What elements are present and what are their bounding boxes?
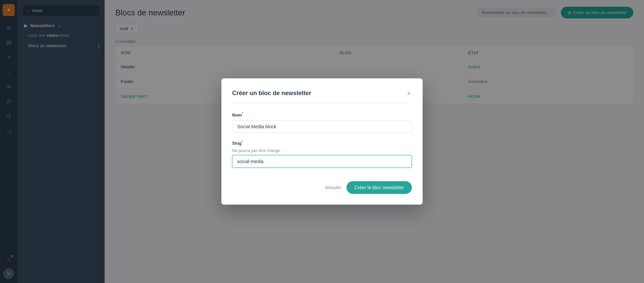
slug-label: Slug* (232, 140, 412, 146)
slug-input[interactable] (232, 155, 412, 168)
cancel-button[interactable]: Annuler (325, 185, 341, 190)
modal-footer: Annuler Créer le bloc newsletter (232, 176, 412, 194)
create-newsletter-block-modal: Créer un bloc de newsletter × Nom* Slug*… (221, 78, 423, 205)
modal-header: Créer un bloc de newsletter × (232, 89, 412, 103)
nom-form-group: Nom* (232, 112, 412, 133)
modal-close-button[interactable]: × (406, 89, 412, 98)
slug-form-group: Slug* Ne pourra pas être changé. (232, 140, 412, 168)
slug-hint: Ne pourra pas être changé. (232, 148, 412, 153)
nom-required-marker: * (242, 112, 243, 116)
slug-required-marker: * (241, 140, 243, 144)
modal-overlay[interactable]: Créer un bloc de newsletter × Nom* Slug*… (0, 0, 644, 283)
submit-button[interactable]: Créer le bloc newsletter (346, 181, 412, 194)
modal-title: Créer un bloc de newsletter (232, 90, 311, 97)
nom-label: Nom* (232, 112, 412, 118)
nom-input[interactable] (232, 120, 412, 133)
